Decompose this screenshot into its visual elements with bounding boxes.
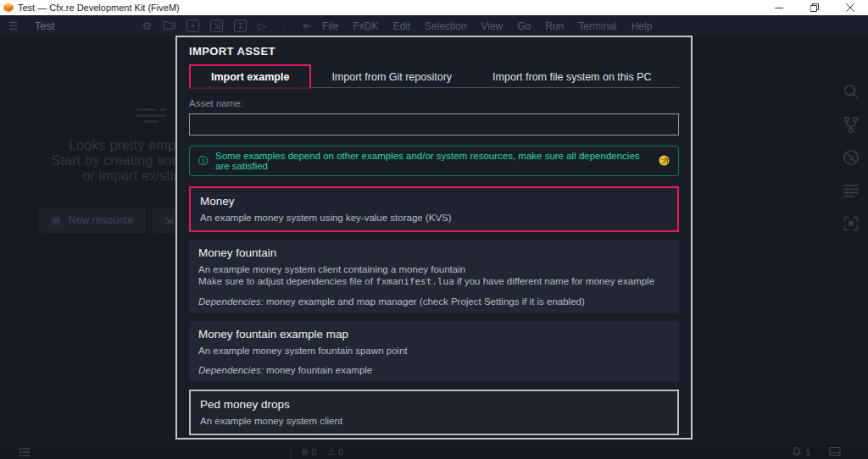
new-resource-button[interactable]: ⊞ New resource [39, 207, 145, 233]
asset-item-ped-money-drops[interactable]: Ped money dropsAn example money system c… [189, 390, 679, 435]
menubar-menus: FileFxDKEditSelectionViewGoRunTerminalHe… [322, 20, 652, 32]
titlebar: Test — Cfx.re Development Kit (FiveM) [0, 0, 868, 15]
new-resource-icon[interactable]: + [186, 19, 199, 32]
window-title: Test — Cfx.re Development Kit (FiveM) [18, 3, 180, 13]
menu-edit[interactable]: Edit [392, 20, 410, 32]
import-arrow-icon: ⇲ [164, 214, 174, 227]
asset-item-dependencies: Dependencies: money example and map mana… [198, 296, 670, 307]
tab-import-filesystem[interactable]: Import from file system on this PC [472, 66, 672, 87]
menu-go[interactable]: Go [517, 20, 531, 32]
export-icon[interactable]: ↧ [234, 19, 247, 32]
decorative-lines-icon [134, 108, 168, 123]
dependency-notice: ⓘ Some examples depend on other examples… [189, 146, 679, 176]
menu-file[interactable]: File [322, 20, 338, 32]
minimize-button[interactable] [761, 0, 797, 15]
panel-toggle-icon[interactable] [829, 446, 841, 458]
menu-selection[interactable]: Selection [425, 20, 466, 32]
new-folder-icon[interactable] [163, 19, 175, 33]
dependency-notice-text: Some examples depend on other examples a… [215, 151, 652, 171]
search-icon[interactable] [842, 82, 860, 101]
modal-title: IMPORT ASSET [189, 45, 679, 58]
new-resource-button-label: New resource [68, 214, 133, 226]
asset-item-dependencies: Dependencies: money fountain example [198, 365, 670, 375]
asset-item-title: Money fountain [198, 246, 670, 259]
statusbar-divider [291, 445, 292, 459]
import-asset-modal: IMPORT ASSET Import exampleImport from G… [175, 36, 693, 440]
task-list-icon[interactable] [19, 447, 31, 459]
boxed-plus-icon: ⊞ [51, 214, 60, 227]
modal-tabs: Import exampleImport from Git repository… [189, 64, 679, 88]
window-controls [761, 0, 868, 15]
errors-icon: ⊗ [301, 446, 309, 457]
right-activity-bar [834, 73, 868, 233]
errors-count: 0 [311, 447, 316, 457]
fivem-logo-icon [3, 3, 14, 13]
bell-icon[interactable] [792, 446, 802, 458]
asset-item-description: An example money system client containin… [198, 263, 670, 275]
warnings-count: 0 [338, 447, 343, 457]
statusbar-right: 1 [792, 446, 841, 458]
menu-view[interactable]: View [481, 20, 503, 32]
menu-help[interactable]: Help [632, 20, 653, 32]
asset-item-title: Ped money drops [200, 398, 668, 411]
source-control-icon[interactable] [842, 115, 860, 134]
restore-button[interactable] [797, 0, 832, 15]
tab-import-example[interactable]: Import example [189, 64, 311, 89]
list-icon[interactable] [842, 181, 860, 200]
asset-item-description: An example money system client [200, 415, 668, 427]
asset-item-description: An example money system using key-value … [200, 212, 668, 224]
info-icon: ⓘ [198, 154, 209, 169]
asset-item-title: Money [200, 195, 668, 207]
asset-item-money-fountain-example-map[interactable]: Money fountain example mapAn example mon… [189, 321, 679, 382]
asset-item-title: Money fountain example map [198, 328, 670, 340]
play-icon[interactable]: ▷ [258, 20, 266, 31]
menu-terminal[interactable]: Terminal [578, 20, 616, 32]
menu-fxdk[interactable]: FxDK [353, 20, 378, 32]
import-icon[interactable]: ⇲ [210, 19, 223, 32]
debug-disabled-icon[interactable] [842, 148, 860, 167]
asset-item-description: Make sure to adjust dependencies file of… [198, 275, 670, 288]
menubar: ☰ Test ⚙ + ⇲ ↧ ▷ ⇤ FileFxDKEditSelection… [0, 15, 868, 36]
asset-name-label: Asset name: [189, 98, 679, 108]
collapse-left-icon[interactable]: ⇤ [303, 20, 312, 31]
problems-indicator[interactable]: ⊗ 0 ⚠ 0 [301, 446, 343, 457]
tab-import-git[interactable]: Import from Git repository [311, 66, 472, 87]
asset-item-money[interactable]: MoneyAn example money system using key-v… [189, 186, 679, 232]
asset-list: MoneyAn example money system using key-v… [189, 186, 679, 440]
toolbar-divider [284, 20, 285, 32]
close-button[interactable] [832, 0, 868, 15]
asset-item-money-fountain[interactable]: Money fountainAn example money system cl… [189, 240, 679, 313]
frame-icon[interactable] [842, 214, 860, 233]
notifications-count: 1 [805, 447, 810, 457]
monocle-emoji-icon [659, 155, 670, 168]
toolbar: ⚙ + ⇲ ↧ ▷ ⇤ [142, 19, 313, 33]
asset-item-description: An example money system fountain spawn p… [198, 345, 670, 357]
hamburger-menu-icon[interactable]: ☰ [8, 19, 19, 32]
gear-icon[interactable]: ⚙ [142, 20, 153, 31]
warnings-icon: ⚠ [327, 446, 336, 457]
project-name: Test [35, 19, 55, 32]
menu-run[interactable]: Run [545, 20, 564, 32]
asset-name-input[interactable] [189, 113, 679, 135]
statusbar: ⊗ 0 ⚠ 0 1 [0, 445, 868, 459]
